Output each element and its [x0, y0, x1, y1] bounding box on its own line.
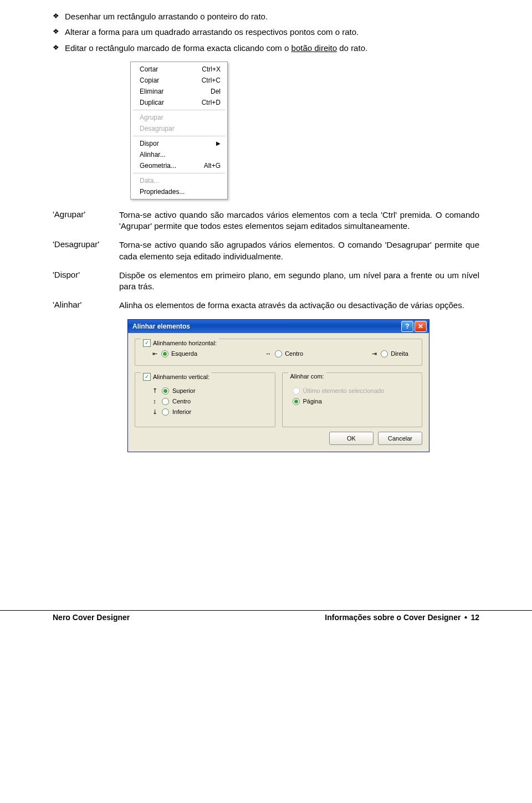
menu-shortcut: Alt+G: [204, 161, 221, 170]
align-right-icon: ⇥: [370, 350, 378, 357]
radio-icon: [293, 398, 300, 405]
radio-icon: [162, 408, 169, 416]
footer-section-title: Informações sobre o Cover Designer: [325, 613, 461, 622]
page-footer: Nero Cover Designer Informações sobre o …: [0, 611, 532, 633]
footer-left: Nero Cover Designer: [53, 613, 130, 622]
option-label: Superior: [172, 387, 196, 394]
menu-label: Copiar: [140, 76, 159, 85]
ok-button[interactable]: OK: [329, 432, 374, 445]
option-label: Inferior: [172, 408, 191, 415]
definition-term: 'Alinhar': [53, 300, 119, 311]
page-content: ❖ Desenhar um rectângulo arrastando o po…: [0, 0, 532, 452]
definition-term: 'Dispor': [53, 270, 119, 293]
menu-label: Eliminar: [140, 87, 163, 96]
menu-item-cut[interactable]: Cortar Ctrl+X: [132, 64, 226, 75]
option-page[interactable]: Página: [293, 398, 415, 405]
bullet-item: ❖ Editar o rectângulo marcado de forma e…: [53, 43, 479, 54]
bullet-dot-icon: ●: [464, 614, 467, 620]
two-column-groups: ✓ Alinhamento vertical: ⤒ Superior ↕ Cen…: [135, 372, 422, 427]
menu-shortcut: Ctrl+X: [202, 65, 221, 74]
radio-icon: [162, 398, 169, 405]
close-button[interactable]: ✕: [415, 321, 427, 332]
menu-separator: [133, 173, 225, 173]
align-center-h-icon: ↔: [264, 350, 272, 357]
bullet-text-suffix: do rato.: [337, 43, 367, 53]
option-label: Direita: [391, 350, 408, 357]
menu-item-data: Data...: [132, 175, 226, 186]
checkbox-vertical[interactable]: ✓: [143, 373, 151, 381]
menu-label: Duplicar: [140, 98, 164, 107]
align-with-group: Alinhar com: Último elemento seleccionad…: [282, 372, 423, 427]
menu-item-align[interactable]: Alinhar...: [132, 149, 226, 160]
definition-term: 'Agrupar': [53, 209, 119, 232]
option-label: Esquerda: [171, 350, 197, 357]
submenu-arrow-icon: ▶: [216, 139, 221, 148]
menu-label: Alinhar...: [140, 150, 166, 159]
option-right[interactable]: ⇥ Direita: [370, 350, 408, 357]
menu-item-arrange[interactable]: Dispor ▶: [132, 138, 226, 149]
definition-row: 'Desagrupar' Torna-se activo quando são …: [53, 239, 479, 262]
menu-label: Geometria...: [140, 161, 176, 170]
legend-label: Alinhar com:: [290, 373, 324, 380]
cancel-button[interactable]: Cancelar: [378, 432, 422, 445]
page-number: 12: [470, 613, 479, 622]
definition-desc: Torna-se activo quando são agrupados vár…: [119, 239, 479, 262]
group-legend: ✓ Alinhamento horizontal:: [141, 338, 219, 348]
definition-row: 'Dispor' Dispõe os elementos em primeiro…: [53, 270, 479, 293]
menu-item-delete[interactable]: Eliminar Del: [132, 86, 226, 97]
horizontal-options-row: ⇤ Esquerda ↔ Centro ⇥ Direita: [143, 350, 414, 357]
option-top[interactable]: ⤒ Superior: [151, 387, 267, 395]
option-label: Centro: [172, 398, 191, 405]
help-button[interactable]: ?: [401, 321, 413, 332]
bullet-text: Editar o rectângulo marcado de forma exa…: [65, 43, 479, 54]
option-center-v[interactable]: ↕ Centro: [151, 398, 267, 405]
align-bottom-icon: ⤓: [151, 408, 158, 416]
dialog-title: Alinhar elementos: [132, 323, 400, 330]
menu-label: Dispor: [140, 139, 159, 148]
menu-label: Propriedades...: [140, 187, 185, 196]
option-label: Página: [303, 398, 322, 405]
menu-shortcut: Ctrl+D: [202, 98, 221, 107]
menu-label: Data...: [140, 176, 159, 185]
menu-shortcut: Del: [211, 87, 221, 96]
menu-item-copy[interactable]: Copiar Ctrl+C: [132, 75, 226, 86]
diamond-bullet-icon: ❖: [53, 43, 65, 54]
align-center-v-icon: ↕: [151, 398, 158, 405]
option-center-h[interactable]: ↔ Centro: [264, 350, 303, 357]
menu-item-duplicate[interactable]: Duplicar Ctrl+D: [132, 97, 226, 108]
align-dialog-screenshot: Alinhar elementos ? ✕ ✓ Alinhamento hori…: [127, 319, 429, 452]
radio-icon: [293, 387, 300, 395]
bullet-item: ❖ Desenhar um rectângulo arrastando o po…: [53, 11, 479, 22]
menu-item-group: Agrupar: [132, 112, 226, 123]
dialog-titlebar: Alinhar elementos ? ✕: [128, 320, 429, 333]
bullet-item: ❖ Alterar a forma para um quadrado arras…: [53, 27, 479, 38]
menu-label: Cortar: [140, 65, 158, 74]
definition-row: 'Agrupar' Torna-se activo quando são mar…: [53, 209, 479, 232]
dialog-body: ✓ Alinhamento horizontal: ⇤ Esquerda ↔ C…: [128, 333, 429, 432]
horizontal-alignment-group: ✓ Alinhamento horizontal: ⇤ Esquerda ↔ C…: [135, 339, 422, 366]
align-left-icon: ⇤: [151, 350, 158, 357]
legend-label: Alinhamento vertical:: [153, 374, 209, 380]
bullet-text: Desenhar um rectângulo arrastando o pont…: [65, 11, 479, 22]
radio-icon: [275, 350, 282, 357]
group-legend: Alinhar com:: [288, 372, 326, 381]
definition-term: 'Desagrupar': [53, 239, 119, 262]
bullet-text-prefix: Editar o rectângulo marcado de forma exa…: [65, 43, 291, 53]
diamond-bullet-icon: ❖: [53, 27, 65, 38]
menu-separator: [133, 110, 225, 110]
radio-icon: [161, 350, 168, 357]
option-bottom[interactable]: ⤓ Inferior: [151, 408, 267, 416]
radio-icon: [162, 387, 169, 395]
option-last-selected: Último elemento seleccionado: [293, 387, 415, 395]
footer-right: Informações sobre o Cover Designer ● 12: [325, 613, 479, 622]
underlined-text: botão direito: [291, 43, 337, 53]
menu-item-properties[interactable]: Propriedades...: [132, 186, 226, 197]
definition-row: 'Alinhar' Alinha os elementos de forma e…: [53, 300, 479, 311]
menu-item-ungroup: Desagrupar: [132, 123, 226, 134]
menu-item-geometry[interactable]: Geometria... Alt+G: [132, 160, 226, 171]
option-left[interactable]: ⇤ Esquerda: [151, 350, 197, 357]
radio-icon: [381, 350, 388, 357]
checkbox-horizontal[interactable]: ✓: [143, 339, 151, 347]
definition-desc: Dispõe os elementos em primeiro plano, e…: [119, 270, 479, 293]
definition-desc: Torna-se activo quando são marcados vári…: [119, 209, 479, 232]
